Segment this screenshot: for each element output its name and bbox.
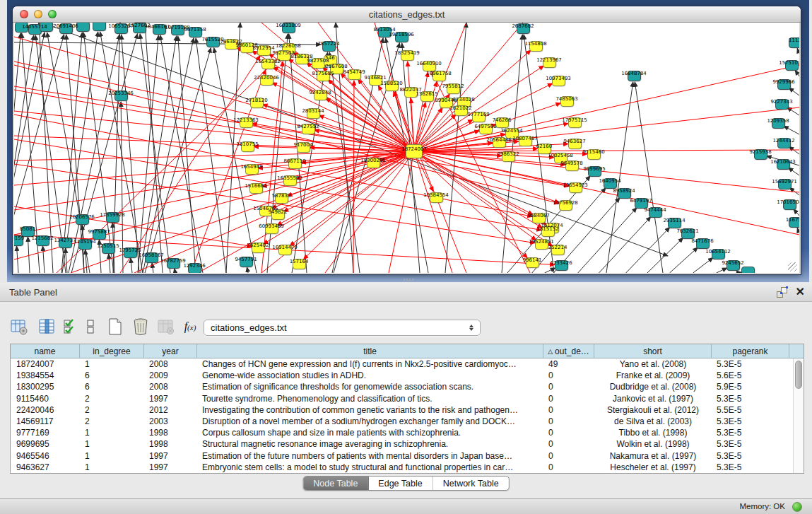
graph-node-label: 157164 bbox=[290, 259, 309, 264]
table-row[interactable]: 1938455462009Genome-wide association stu… bbox=[11, 370, 804, 381]
delete-table-button[interactable] bbox=[130, 316, 151, 337]
graph-node[interactable] bbox=[93, 23, 106, 31]
close-panel-icon[interactable]: ✕ bbox=[796, 287, 805, 297]
table-row[interactable]: 1830029562008Estimation of significance … bbox=[11, 381, 804, 392]
table-row[interactable]: 1456911722003Disruption of a novel membe… bbox=[11, 416, 804, 427]
sort-ascending-icon: △ bbox=[548, 348, 553, 355]
tab-node-table[interactable]: Node Table bbox=[303, 477, 368, 490]
tab-network-table[interactable]: Network Table bbox=[433, 477, 509, 490]
cell-year: 2008 bbox=[144, 382, 197, 392]
column-header-out_de[interactable]: △out_de… bbox=[543, 344, 594, 358]
memory-indicator-icon[interactable] bbox=[792, 502, 802, 512]
cell-out_de: 0 bbox=[543, 439, 594, 449]
graph-node-label: 20691406 bbox=[53, 24, 78, 29]
graph-node-label: 16355593 bbox=[277, 176, 302, 181]
graph-node-label: 917004 bbox=[294, 143, 313, 148]
table-row[interactable]: 946362711997Embryonic stem cells: a mode… bbox=[11, 462, 804, 473]
cell-short: Stergiakouli et al. (2012) bbox=[594, 405, 712, 415]
graph-node-label: 8454749 bbox=[343, 70, 365, 75]
cell-short: Franke et al. (2009) bbox=[594, 370, 712, 380]
graph-node-label: 1621022 bbox=[449, 106, 471, 111]
float-window-icon[interactable] bbox=[777, 287, 787, 298]
graph-node-label: 20253346 bbox=[108, 91, 134, 96]
cell-out_de: 0 bbox=[543, 462, 594, 472]
cell-title: Investigating the contribution of common… bbox=[197, 405, 543, 415]
cell-out_de: 0 bbox=[543, 394, 594, 404]
cell-title: Tourette syndrome. Phenomenology and cla… bbox=[197, 394, 543, 404]
show-columns-button[interactable] bbox=[37, 316, 58, 337]
row-height-button[interactable] bbox=[83, 316, 98, 337]
tab-edge-table[interactable]: Edge Table bbox=[368, 477, 433, 490]
cell-in_degree: 1 bbox=[80, 359, 144, 369]
table-row[interactable]: 977716911998Corpus callosum shape and si… bbox=[11, 427, 804, 438]
cell-title: Disruption of a novel member of a sodium… bbox=[197, 416, 543, 426]
graph-node-label: 9457791 bbox=[235, 257, 257, 262]
graph-node-label: 1733426 bbox=[550, 261, 572, 266]
column-header-short[interactable]: short bbox=[594, 344, 712, 358]
network-window[interactable]: citations_edges.txt 14055714206914061065… bbox=[13, 6, 801, 274]
column-header-in_degree[interactable]: in_degree bbox=[80, 344, 144, 358]
cell-in_degree: 2 bbox=[80, 405, 144, 415]
graph-node-label: 9227343 bbox=[770, 100, 792, 105]
cell-title: Structural magnetic resonance image aver… bbox=[197, 439, 543, 449]
network-canvas[interactable]: 1405571420691406106532871527602846616110… bbox=[14, 23, 799, 273]
cell-year: 2012 bbox=[144, 405, 197, 415]
graph-node-label: 14055714 bbox=[22, 25, 47, 30]
graph-node-label: 9474444 bbox=[644, 208, 666, 213]
table-row[interactable]: 969969511998Structural magnetic resonanc… bbox=[11, 438, 804, 450]
table-row[interactable]: 2242004622012Investigating the contribut… bbox=[11, 404, 804, 416]
cell-title: Genome-wide association studies in ADHD. bbox=[197, 370, 543, 380]
graph-node-label: 3624554 bbox=[500, 129, 522, 134]
graph-node-label: 1145194 bbox=[73, 240, 95, 245]
network-window-titlebar[interactable]: citations_edges.txt bbox=[13, 6, 801, 23]
graph-node-label: 19654923 bbox=[563, 183, 588, 188]
graph-node-label: 19524851 bbox=[529, 240, 554, 245]
graph-node-label: 546 bbox=[325, 56, 334, 61]
function-builder-button[interactable]: f(x) bbox=[180, 316, 201, 337]
cell-in_degree: 1 bbox=[80, 451, 144, 461]
graph-node-label: 1292346 bbox=[183, 264, 205, 269]
table-tabs: Node TableEdge TableNetwork Table bbox=[302, 476, 509, 491]
cell-year: 2008 bbox=[144, 359, 197, 369]
graph-node-label: 7857224 bbox=[317, 42, 339, 47]
cell-year: 2003 bbox=[144, 416, 197, 426]
cell-out_de: 49 bbox=[543, 359, 594, 369]
column-header-title[interactable]: title bbox=[197, 344, 543, 358]
table-row[interactable]: 946554611997Estimation of the future num… bbox=[11, 450, 804, 462]
cell-short: de Silva et al. (2003) bbox=[594, 416, 712, 426]
graph-node-label: 16961758 bbox=[426, 71, 452, 76]
cell-short: Wolkin et al. (1998) bbox=[594, 439, 712, 449]
select-rows-button[interactable] bbox=[62, 316, 79, 337]
graph-node-label: 62160 bbox=[536, 144, 552, 149]
fx-icon: f(x) bbox=[184, 320, 196, 333]
resize-grip-icon[interactable] bbox=[788, 262, 797, 271]
table-options-button[interactable] bbox=[8, 316, 30, 337]
graph-node-label: 1362615 bbox=[416, 92, 437, 97]
graph-node-label: 1154808 bbox=[524, 42, 546, 47]
cell-short: Dudbridge et al. (2008) bbox=[594, 382, 712, 392]
graph-node-label: 9215938 bbox=[749, 150, 771, 155]
table-row[interactable]: 911546021997Tourette syndrome. Phenomeno… bbox=[11, 393, 804, 404]
cell-pagerank: 5.3E-5 bbox=[712, 428, 789, 438]
cell-pagerank: 5.3E-5 bbox=[712, 439, 789, 449]
panel-title: Table Panel bbox=[9, 287, 57, 298]
column-header-name[interactable]: name bbox=[11, 344, 80, 358]
splitter-handle[interactable] bbox=[404, 279, 413, 281]
cell-year: 1997 bbox=[144, 462, 197, 472]
table-row[interactable]: 1872400712008Changes of HCN gene express… bbox=[11, 358, 804, 370]
column-header-pagerank[interactable]: pagerank bbox=[712, 344, 789, 358]
new-table-button[interactable] bbox=[105, 316, 126, 337]
graph-node-label: 9649578 bbox=[560, 161, 582, 166]
graph-node-label: 9463627 bbox=[563, 139, 585, 144]
graph-node[interactable] bbox=[741, 267, 755, 274]
graph-node-label: 1654949 bbox=[240, 165, 262, 170]
graph-node-label: 9245652 bbox=[722, 261, 743, 266]
column-header-year[interactable]: year bbox=[144, 344, 197, 358]
graph-node-label: 1588520 bbox=[380, 81, 402, 86]
table-selector-dropdown[interactable]: citations_edges.txt bbox=[204, 320, 481, 336]
scrollbar-thumb[interactable] bbox=[795, 361, 802, 389]
graph-node-label: 587833 bbox=[272, 194, 291, 199]
table-scrollbar[interactable] bbox=[793, 358, 804, 473]
cell-out_de: 0 bbox=[543, 382, 594, 392]
cell-pagerank: 5.3E-5 bbox=[712, 451, 789, 461]
